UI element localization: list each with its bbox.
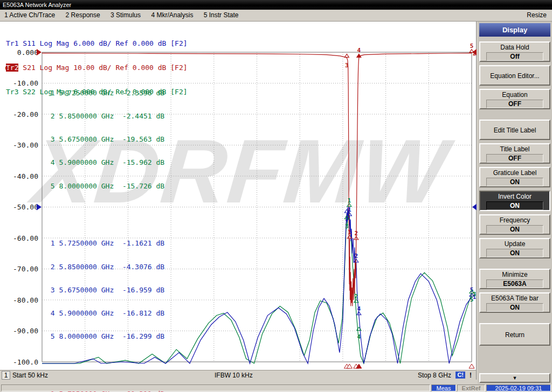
- softkey-equation-editor[interactable]: Equation Editor...: [479, 65, 550, 86]
- marker-row: 1 5.7250000 GHz -2.3596 dB: [46, 89, 164, 97]
- stimulus-status-strip: 1 Start 50 kHz IFBW 10 kHz Stop 8 GHz C!…: [0, 370, 476, 380]
- plot-panel: XDRFMW 0.000-10.00-20.00-30.00-40.00-50.…: [0, 22, 477, 380]
- trace1-format: S11 Log Mag 6.000 dB/ Ref 0.000 dB: [18, 39, 170, 47]
- y-axis-label: -70.00: [13, 265, 38, 273]
- active-trace-arrow-icon: ▶: [5, 64, 9, 72]
- trace1-definition[interactable]: Tr1 S11 Log Mag 6.000 dB/ Ref 0.000 dB […: [6, 39, 188, 47]
- marker-row: 5 8.0000000 GHz -16.299 dB: [46, 333, 164, 340]
- marker-number: 3: [345, 223, 349, 230]
- softkey-title-bar[interactable]: E5063A Title bar ON: [479, 292, 550, 313]
- menu-bar: 1 Active Ch/Trace 2 Response 3 Stimulus …: [0, 10, 552, 22]
- softkey-scroll-down-button[interactable]: ▼: [479, 373, 550, 383]
- trace-number-label: 3: [473, 291, 476, 297]
- window-title: E5063A Network Analyzer: [3, 2, 71, 8]
- status-extref-badge: ExtRef: [457, 384, 485, 391]
- menu-stimulus[interactable]: 3 Stimulus: [111, 11, 141, 19]
- marker-row: 1 5.7250000 GHz -1.1621 dB: [46, 240, 164, 247]
- y-axis-label: -50.00: [13, 203, 38, 211]
- y-axis-label: -30.00: [13, 141, 38, 149]
- softkey-minimize[interactable]: Minimize E5063A: [479, 269, 550, 289]
- title-bar: E5063A Network Analyzer: [0, 0, 552, 10]
- stimulus-marker[interactable]: [469, 364, 474, 368]
- menu-instr-state[interactable]: 5 Instr State: [204, 11, 239, 19]
- marker-number: 1: [348, 197, 351, 204]
- marker-row: 4 5.9000000 GHz -16.812 dB: [46, 310, 164, 317]
- marker-number: 4: [357, 333, 361, 340]
- softkey-frequency[interactable]: Frequency ON: [479, 214, 550, 235]
- marker-row: 2 5.8500000 GHz -4.3076 dB: [46, 263, 164, 271]
- status-clock: 2025-02-19 09:31: [486, 384, 551, 391]
- softkey-equation[interactable]: Equation OFF: [479, 89, 550, 109]
- softkey-invert-color[interactable]: Invert Color ON: [479, 191, 550, 211]
- marker-row: 2 5.8500000 GHz -2.4451 dB: [46, 113, 164, 120]
- softkey-menu-title: Display: [479, 23, 550, 37]
- marker-group-tr1: 1 5.7250000 GHz -1.1621 dB 2 5.8500000 G…: [46, 225, 164, 356]
- marker-number: 3: [345, 62, 349, 69]
- softkey-edit-title-label[interactable]: Edit Title Label: [479, 120, 550, 140]
- ref-level-arrow-right: [472, 204, 477, 211]
- marker-readout-table: 1 5.7250000 GHz -2.3596 dB 2 5.8500000 G…: [46, 58, 164, 392]
- trace-number-label: 2: [473, 51, 476, 57]
- trace1-tag: [F2]: [170, 39, 187, 47]
- trace2-tag: [F2]: [170, 64, 187, 72]
- marker-row: 5 8.0000000 GHz -15.726 dB: [46, 183, 164, 190]
- menu-resize[interactable]: Resize: [527, 10, 547, 21]
- marker-number: 1: [348, 229, 351, 236]
- marker-number: 4: [357, 47, 361, 54]
- channel-indicator: 1: [2, 371, 10, 380]
- stop-frequency[interactable]: Stop 8 GHz: [418, 371, 451, 380]
- marker-triangle[interactable]: [344, 54, 349, 57]
- start-frequency[interactable]: Start 50 kHz: [12, 371, 48, 380]
- softkey-title-label[interactable]: Title Label OFF: [479, 143, 550, 164]
- softkey-panel: Display Data Hold Off Equation Editor...…: [478, 22, 552, 384]
- app-window: E5063A Network Analyzer 1 Active Ch/Trac…: [0, 0, 552, 392]
- correction-badge: C!: [456, 372, 465, 379]
- softkey-data-hold[interactable]: Data Hold Off: [479, 41, 550, 62]
- trace3-tag: [F2]: [170, 88, 187, 96]
- marker-number: 2: [354, 253, 358, 260]
- y-axis-label: -40.00: [13, 172, 38, 180]
- trace3-id: Tr3: [6, 88, 18, 96]
- menu-active-ch-trace[interactable]: 1 Active Ch/Trace: [4, 11, 55, 19]
- y-axis-label: -60.00: [13, 234, 38, 242]
- marker-number: 2: [354, 293, 358, 300]
- marker-number: 4: [357, 305, 361, 312]
- ref-level-arrow-left: [37, 204, 42, 211]
- warning-badge: !: [470, 371, 472, 380]
- marker-number: 2: [354, 230, 358, 237]
- ifbw-readout[interactable]: IFBW 10 kHz: [215, 371, 253, 380]
- marker-number: 5: [470, 43, 474, 50]
- marker-group-tr3: 1 5.7250000 GHz -2.3596 dB 2 5.8500000 G…: [46, 74, 164, 206]
- softkey-return[interactable]: Return: [479, 323, 550, 346]
- y-axis-label: -100.0: [13, 358, 38, 366]
- trace1-id: Tr1: [6, 39, 18, 47]
- marker-row: 4 5.9000000 GHz -15.962 dB: [46, 159, 164, 166]
- menu-response[interactable]: 2 Response: [66, 11, 100, 19]
- softkey-graticule-label[interactable]: Graticule Label ON: [479, 167, 550, 187]
- marker-row: 3 5.6750000 GHz -16.959 dB: [46, 286, 164, 294]
- status-meas-badge: Meas: [431, 384, 456, 391]
- menu-mkr-analysis[interactable]: 4 Mkr/Analysis: [151, 11, 193, 19]
- chevron-down-icon: ▼: [513, 375, 518, 381]
- softkey-update[interactable]: Update ON: [479, 238, 550, 258]
- y-axis-label: -80.00: [13, 296, 38, 304]
- marker-row: 3 5.6750000 GHz -19.563 dB: [46, 136, 164, 143]
- y-axis-label: -90.00: [13, 327, 38, 335]
